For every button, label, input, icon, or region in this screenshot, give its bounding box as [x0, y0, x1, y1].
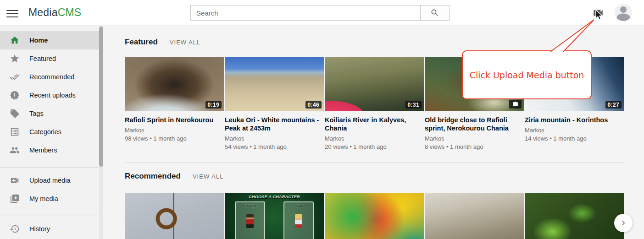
recommended-section-header: Recommended VIEW ALL: [125, 172, 644, 181]
game-character: [295, 214, 302, 228]
sidebar-item-label: Recommended: [29, 73, 74, 81]
section-title: Recommended: [125, 172, 181, 181]
sidebar-item-label: Home: [29, 37, 48, 44]
video-thumbnail[interactable]: [425, 193, 524, 239]
section-divider: [125, 162, 625, 163]
media-meta: 98 views • 1 month ago: [125, 135, 224, 142]
duration-badge: 0:46: [305, 101, 322, 109]
sidebar-scrollbar-thumb[interactable]: [99, 27, 103, 167]
upload-media-button[interactable]: [592, 7, 605, 19]
video-thumbnail[interactable]: 0:19: [125, 57, 224, 111]
chevron-right-icon: [618, 218, 628, 228]
video-thumbnail[interactable]: 0:46: [225, 57, 324, 111]
media-title[interactable]: Leuka Ori - White mountains - Peak at 24…: [225, 116, 324, 132]
sidebar-item-featured[interactable]: Featured: [0, 49, 99, 68]
sidebar-item-my-media[interactable]: My media: [0, 190, 99, 208]
media-title[interactable]: Old bridge close to Rafioli sprint, Nero…: [425, 116, 524, 132]
video-thumbnail[interactable]: [125, 193, 224, 239]
sidebar-item-recommended[interactable]: Recommended: [0, 68, 99, 86]
camera-icon: [512, 101, 518, 107]
sidebar-divider: [0, 216, 99, 216]
duration-badge: 0:27: [605, 101, 622, 109]
my-media-icon: [10, 194, 20, 204]
annotation-callout: Click Upload Media button: [462, 50, 592, 99]
video-thumbnail[interactable]: [525, 193, 624, 239]
done-all-icon: [10, 72, 20, 82]
media-author[interactable]: Markos: [125, 127, 224, 134]
sidebar-item-label: My media: [29, 195, 58, 202]
recommended-view-all-link[interactable]: VIEW ALL: [193, 173, 224, 180]
media-meta: 14 views • 1 month ago: [525, 135, 624, 142]
media-title[interactable]: Ziria mountain - Korinthos: [525, 116, 624, 124]
sidebar-item-label: Categories: [29, 128, 61, 136]
scroll-right-button[interactable]: [614, 214, 633, 232]
sidebar-item-label: History: [29, 225, 50, 233]
search-bar: [190, 5, 450, 21]
video-thumbnail[interactable]: 0:31: [325, 57, 424, 111]
sidebar-divider: [0, 167, 99, 168]
mediacms-app: MediaCMS Home Featured Recommended: [0, 0, 644, 239]
search-icon: [430, 8, 439, 17]
sidebar: Home Featured Recommended Recent uploads…: [0, 26, 103, 239]
sidebar-item-upload-media[interactable]: Upload media: [0, 171, 99, 190]
sidebar-item-label: Members: [29, 147, 57, 154]
thumbnail-panel: YAA Select: [283, 201, 314, 239]
user-avatar[interactable]: [615, 4, 632, 21]
sidebar-item-members[interactable]: Members: [0, 141, 99, 159]
sidebar-item-label: Recent uploads: [29, 92, 76, 99]
sidebar-item-history[interactable]: History: [0, 220, 99, 238]
media-card: [425, 193, 524, 239]
sidebar-item-recent-uploads[interactable]: Recent uploads: [0, 86, 99, 104]
members-icon: [10, 145, 20, 155]
media-meta: 20 views • 1 month ago: [325, 143, 424, 150]
sidebar-item-label: Featured: [29, 55, 56, 62]
categories-icon: [10, 127, 20, 137]
person-icon: [615, 4, 632, 21]
history-icon: [10, 224, 20, 234]
recommended-cards-row: CHOOSE A CHARACTER KWAME Selected YAA Se…: [125, 193, 644, 239]
thumbnail-panel: KWAME Selected: [235, 201, 265, 239]
top-header: MediaCMS: [0, 0, 644, 26]
thumbnail-text: CHOOSE A CHARACTER: [225, 195, 324, 199]
upload-media-icon: [10, 175, 20, 185]
home-icon: [10, 35, 20, 45]
media-card: CHOOSE A CHARACTER KWAME Selected YAA Se…: [225, 193, 324, 239]
media-meta: 54 views • 1 month ago: [225, 143, 324, 150]
media-title[interactable]: Rafioli Sprint in Nerokourou: [125, 116, 224, 124]
featured-section-header: Featured VIEW ALL: [125, 38, 644, 47]
media-author[interactable]: Markos: [525, 127, 624, 134]
media-author[interactable]: Markos: [425, 135, 524, 142]
sidebar-item-label: Upload media: [29, 177, 70, 184]
section-title: Featured: [125, 38, 158, 47]
thumbnail-text: YAA: [284, 204, 313, 208]
logo[interactable]: MediaCMS: [28, 6, 81, 19]
tag-icon: [10, 109, 20, 119]
search-input[interactable]: [191, 5, 420, 20]
video-thumbnail[interactable]: [325, 193, 424, 239]
game-character: [246, 214, 254, 228]
video-thumbnail[interactable]: CHOOSE A CHARACTER KWAME Selected YAA Se…: [225, 193, 324, 239]
menu-icon[interactable]: [6, 8, 18, 18]
new-releases-icon: [10, 90, 20, 100]
video-call-icon: [592, 7, 605, 19]
media-title[interactable]: Koiliaris River in Kalyves, Chania: [325, 116, 424, 132]
sidebar-scrollbar-track[interactable]: [99, 26, 103, 239]
duration-badge: 0:31: [405, 101, 422, 109]
media-card: 0:46 Leuka Ori - White mountains - Peak …: [225, 57, 324, 150]
sidebar-item-categories[interactable]: Categories: [0, 123, 99, 141]
media-card: [525, 193, 624, 239]
media-meta: 8 views • 1 month ago: [425, 143, 524, 150]
annotation-text: Click Upload Media button: [470, 70, 584, 80]
media-card: 0:19 Rafioli Sprint in Nerokourou Markos…: [125, 57, 224, 150]
sidebar-item-home[interactable]: Home: [0, 31, 99, 49]
media-card: 0:31 Koiliaris River in Kalyves, Chania …: [325, 57, 424, 150]
search-button[interactable]: [420, 5, 449, 20]
sidebar-item-tags[interactable]: Tags: [0, 104, 99, 123]
sidebar-item-label: Tags: [29, 110, 44, 117]
thumbnail-text: KWAME: [236, 204, 264, 208]
media-author[interactable]: Markos: [325, 135, 424, 142]
media-author[interactable]: Markos: [225, 135, 324, 142]
logo-media: Media: [28, 6, 58, 18]
media-card: [325, 193, 424, 239]
featured-view-all-link[interactable]: VIEW ALL: [170, 39, 201, 46]
